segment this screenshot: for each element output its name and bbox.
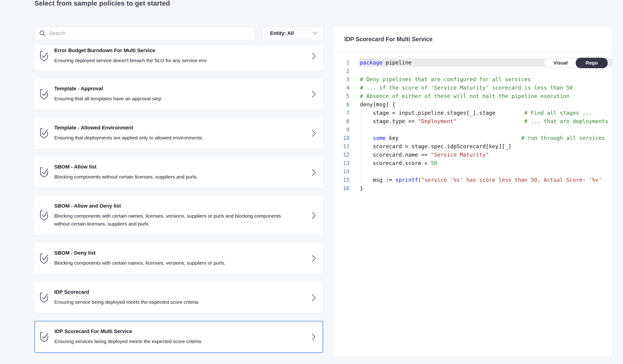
- policy-list[interactable]: Error Budget Burndown For Multi Service …: [34, 45, 323, 357]
- line-number: 2: [333, 67, 359, 75]
- rego-code-editor[interactable]: 1package pipeline23# Deny pipelines that…: [333, 52, 613, 357]
- code-line-content: deny[msg] {: [359, 100, 613, 109]
- preview-title: IDP Scorecard For Multi Service: [344, 36, 433, 43]
- policy-title: IDP Scorecard: [54, 289, 306, 295]
- code-line: 6deny[msg] {: [333, 100, 613, 109]
- chevron-right-icon[interactable]: [311, 255, 316, 262]
- line-number: 14: [333, 167, 359, 176]
- code-line-content: stage.type == "Deployment" # ... that ar…: [359, 117, 613, 126]
- search-icon: [39, 30, 46, 37]
- policy-title: SBOM - Deny list: [54, 250, 306, 256]
- line-number: 5: [333, 92, 359, 100]
- line-number: 9: [333, 126, 359, 134]
- chevron-down-icon: [312, 31, 318, 35]
- policy-shield-check-icon: [39, 88, 49, 100]
- policy-shield-check-icon: [39, 50, 49, 62]
- code-line-content: scorecard.name == "Service Maturity": [359, 150, 613, 159]
- policy-card-sbom-allow-list[interactable]: SBOM - Allow list Blocking components wi…: [34, 157, 323, 188]
- code-line: 2: [333, 67, 613, 75]
- preview-header: IDP Scorecard For Multi Service: [333, 26, 613, 52]
- toggle-visual-button[interactable]: Visual: [544, 58, 576, 68]
- code-line: 5# Absence of either of these will not h…: [333, 92, 613, 100]
- code-line: 12 scorecard.name == "Service Maturity": [333, 150, 613, 159]
- policy-card-sbom-allow-and-deny-list[interactable]: SBOM - Allow and Deny list Blocking comp…: [34, 196, 323, 235]
- visual-rego-toggle[interactable]: Visual Rego: [544, 58, 607, 68]
- policy-title: Template - Allowed Environment: [54, 125, 306, 131]
- code-line-content: # ... if the score of 'Service Maturity'…: [359, 84, 613, 92]
- code-line: 14: [333, 167, 613, 176]
- policy-shield-check-icon: [39, 128, 49, 139]
- code-line: 13 scorecard.score < 50: [333, 159, 613, 167]
- chevron-right-icon[interactable]: [311, 169, 316, 176]
- entity-filter-label: Entity: All: [270, 30, 294, 36]
- policy-title: IDP Scorecard For Multi Service: [54, 328, 306, 334]
- chevron-right-icon[interactable]: [311, 52, 316, 60]
- chevron-right-icon[interactable]: [311, 333, 316, 341]
- code-line-content: [359, 126, 613, 134]
- policy-shield-check-icon: [39, 292, 49, 303]
- line-number: 11: [333, 142, 359, 150]
- policy-shield-check-icon: [39, 253, 49, 264]
- chevron-right-icon[interactable]: [311, 294, 316, 302]
- code-line: 11 scorecard = stage.spec.idpScorecard[k…: [333, 142, 613, 150]
- policy-description: Ensuring deployed service doesn't breach…: [54, 57, 287, 64]
- policy-card-idp-scorecard[interactable]: IDP Scorecard Ensuring service being dep…: [34, 282, 323, 313]
- code-line-content: }: [359, 184, 613, 193]
- policy-card-error-budget-burndown[interactable]: Error Budget Burndown For Multi Service …: [34, 45, 323, 71]
- toggle-rego-button[interactable]: Rego: [576, 58, 608, 68]
- line-number: 12: [333, 150, 359, 159]
- policy-description: Blocking components with certain names, …: [54, 212, 287, 228]
- line-number: 3: [333, 75, 359, 84]
- code-line-content: msg := sprintf("service '%s' has score l…: [359, 176, 613, 184]
- policy-shield-check-icon: [39, 331, 49, 343]
- policy-description: Ensuring that all templates have an appr…: [54, 95, 287, 103]
- policy-shield-check-icon: [39, 210, 49, 221]
- policy-card-idp-scorecard-for-multi-service[interactable]: IDP Scorecard For Multi Service Ensuring…: [34, 321, 323, 353]
- policy-description: Ensuring that deployments are applied on…: [54, 134, 287, 142]
- indent-guide: [361, 109, 361, 184]
- code-line: 10 some key # run through all services: [333, 134, 613, 142]
- page-title: Select from sample policies to get start…: [34, 0, 170, 7]
- code-line-content: scorecard = stage.spec.idpScorecard[key]…: [359, 142, 613, 150]
- policy-card-template-allowed-environment[interactable]: Template - Allowed Environment Ensuring …: [34, 118, 323, 149]
- code-line-content: some key # run through all services: [359, 134, 613, 142]
- policy-title: SBOM - Allow list: [54, 164, 306, 170]
- chevron-right-icon[interactable]: [311, 212, 316, 219]
- policy-description: Ensuring service being deployed meets th…: [54, 298, 287, 306]
- policy-title: Template - Approval: [54, 86, 306, 92]
- line-number: 16: [333, 184, 359, 193]
- code-line: 3# Deny pipelines that are configured fo…: [333, 75, 613, 84]
- search-input[interactable]: [49, 30, 251, 36]
- policy-description: Blocking components without certain lice…: [54, 173, 287, 181]
- policy-preview-panel: IDP Scorecard For Multi Service Visual R…: [333, 26, 613, 357]
- code-line-content: [359, 67, 613, 75]
- line-number: 4: [333, 84, 359, 92]
- code-line: 4# ... if the score of 'Service Maturity…: [333, 84, 613, 92]
- code-line-content: [359, 167, 613, 176]
- code-line: 8 stage.type == "Deployment" # ... that …: [333, 117, 613, 126]
- policy-card-sbom-deny-list[interactable]: SBOM - Deny list Blocking components wit…: [34, 243, 323, 274]
- code-line-content: scorecard.score < 50: [359, 159, 613, 167]
- code-line: 9: [333, 126, 613, 134]
- policy-description: Ensuring services being deployed meets t…: [54, 338, 287, 345]
- policy-card-template-approval[interactable]: Template - Approval Ensuring that all te…: [34, 78, 323, 110]
- line-number: 1: [333, 58, 359, 67]
- code-line-content: stage = input.pipeline.stages[_].stage #…: [359, 109, 613, 117]
- line-number: 8: [333, 117, 359, 126]
- line-number: 10: [333, 134, 359, 142]
- policy-title: SBOM - Allow and Deny list: [54, 203, 306, 209]
- policy-title: Error Budget Burndown For Multi Service: [54, 47, 306, 54]
- policy-shield-check-icon: [39, 167, 49, 178]
- chevron-right-icon[interactable]: [311, 90, 316, 98]
- line-number: 15: [333, 176, 359, 184]
- search-box[interactable]: [34, 26, 256, 40]
- chevron-right-icon[interactable]: [311, 129, 316, 137]
- code-line-content: # Deny pipelines that are configured for…: [359, 75, 613, 84]
- line-number: 7: [333, 109, 359, 117]
- code-line: 16}: [333, 184, 613, 193]
- code-line: 7 stage = input.pipeline.stages[_].stage…: [333, 109, 613, 117]
- entity-filter-dropdown[interactable]: Entity: All: [262, 26, 324, 40]
- policy-description: Blocking components with certain names, …: [54, 259, 287, 267]
- line-number: 6: [333, 100, 359, 109]
- code-line-content: # Absence of either of these will not ha…: [359, 92, 613, 100]
